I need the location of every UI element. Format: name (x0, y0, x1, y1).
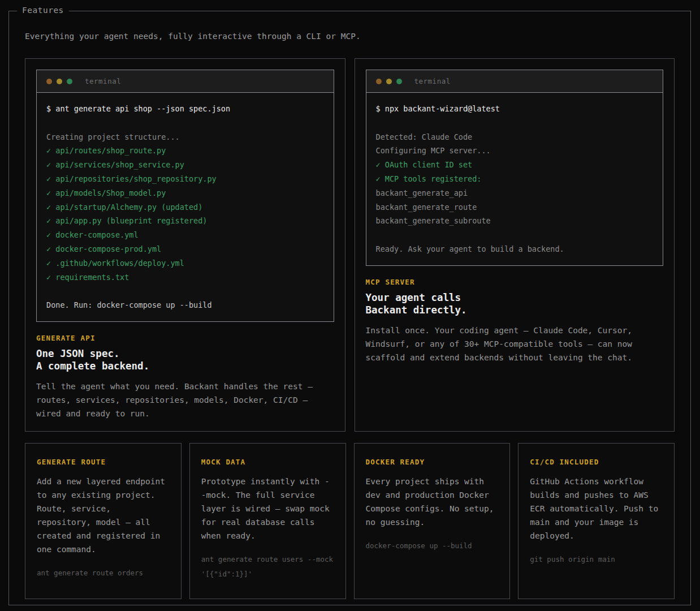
terminal-line: ✓ api/models/Shop_model.py (46, 186, 324, 200)
terminal-line (46, 284, 324, 298)
card-description: Add a new layered endpoint to any existi… (37, 475, 170, 556)
minimize-dot-icon (57, 79, 62, 84)
terminal-window: terminal$ npx backant-wizard@latestDetec… (366, 70, 664, 266)
feature-label: MCP SERVER (366, 278, 664, 286)
feature-heading-line: One JSON spec. (36, 347, 334, 360)
terminal-header: terminal (366, 70, 663, 93)
feature-heading: One JSON spec.A complete backend. (36, 347, 334, 372)
card-description: Prototype instantly with --mock. The ful… (201, 475, 334, 543)
terminal-line: $ ant generate api shop --json spec.json (46, 102, 324, 116)
terminal-title: terminal (85, 77, 121, 85)
features-section: Features Everything your agent needs, fu… (8, 11, 691, 605)
close-dot-icon (46, 79, 52, 84)
feature-card-docker-ready: DOCKER READYEvery project ships with dev… (354, 443, 511, 599)
terminal-line: ✓ MCP tools registered: (376, 172, 654, 186)
feature-card-cicd-included: CI/CD INCLUDEDGitHub Actions workflow bu… (518, 443, 675, 599)
terminal-line: Ready. Ask your agent to build a backend… (376, 242, 654, 256)
card-command: ant generate route users --mock '[{"id":… (201, 552, 334, 582)
terminal-line: ✓ OAuth client ID set (376, 158, 654, 172)
terminal-line: ✓ api/startup/Alchemy.py (updated) (46, 200, 324, 214)
terminal-line: Detected: Claude Code (376, 130, 654, 144)
terminal-line: ✓ requirements.txt (46, 270, 324, 285)
feature-heading-line: Backant directly. (366, 304, 664, 316)
maximize-dot-icon (396, 79, 402, 84)
terminal-title: terminal (414, 77, 451, 85)
intro-text: Everything your agent needs, fully inter… (25, 32, 675, 41)
minimize-dot-icon (386, 79, 392, 84)
terminal-line: ✓ docker-compose.yml (46, 228, 324, 242)
terminal-line: backant_generate_api (376, 186, 654, 200)
terminal-line: ✓ api/routes/shop_route.py (46, 144, 324, 158)
card-label: DOCKER READY (366, 458, 499, 466)
terminal-line: backant_generate_route (376, 200, 654, 214)
card-command: docker-compose up --build (366, 539, 499, 553)
feature-heading-line: A complete backend. (36, 360, 334, 372)
card-description: GitHub Actions workflow builds and pushe… (530, 475, 663, 543)
terminal-line: ✓ api/app.py (blueprint registered) (46, 214, 324, 228)
close-dot-icon (376, 79, 382, 84)
feature-description: Install once. Your coding agent — Claude… (366, 324, 664, 364)
terminal-line: backant_generate_subroute (376, 214, 654, 228)
terminal-body: $ ant generate api shop --json spec.json… (37, 93, 334, 321)
feature-description: Tell the agent what you need. Backant ha… (36, 380, 334, 420)
feature-card-generate-route: GENERATE ROUTEAdd a new layered endpoint… (25, 443, 182, 599)
terminal-line: ✓ .github/workflows/deploy.yml (46, 256, 324, 270)
feature-label: GENERATE API (36, 334, 334, 342)
terminal-line: ✓ api/repositories/shop_repository.py (46, 172, 324, 186)
maximize-dot-icon (67, 79, 72, 84)
card-command: ant generate route orders (37, 566, 170, 580)
card-command: git push origin main (530, 552, 663, 567)
terminal-header: terminal (37, 70, 334, 93)
feature-card-mcp-server: terminal$ npx backant-wizard@latestDetec… (355, 58, 675, 432)
feature-heading-line: Your agent calls (366, 291, 664, 304)
terminal-line: Creating project structure... (46, 130, 324, 144)
feature-grid: terminal$ ant generate api shop --json s… (25, 58, 675, 432)
feature-heading: Your agent callsBackant directly. (366, 291, 664, 316)
terminal-line: Configuring MCP server... (376, 144, 654, 158)
card-label: CI/CD INCLUDED (530, 458, 663, 466)
terminal-body: $ npx backant-wizard@latestDetected: Cla… (366, 93, 663, 265)
terminal-line (376, 116, 654, 130)
features-legend: Features (17, 6, 69, 15)
cards-grid: GENERATE ROUTEAdd a new layered endpoint… (25, 443, 675, 599)
terminal-line: ✓ api/services/shop_service.py (46, 158, 324, 172)
card-label: MOCK DATA (201, 458, 334, 466)
feature-card-mock-data: MOCK DATAPrototype instantly with --mock… (189, 443, 346, 599)
terminal-line: Done. Run: docker-compose up --build (46, 298, 324, 312)
feature-card-generate-api: terminal$ ant generate api shop --json s… (25, 58, 345, 432)
terminal-line (376, 228, 654, 242)
terminal-line: $ npx backant-wizard@latest (376, 102, 654, 116)
card-description: Every project ships with dev and product… (366, 475, 499, 529)
card-label: GENERATE ROUTE (37, 458, 170, 466)
terminal-line: ✓ docker-compose-prod.yml (46, 242, 324, 256)
terminal-window: terminal$ ant generate api shop --json s… (36, 70, 334, 322)
terminal-line (46, 116, 324, 130)
